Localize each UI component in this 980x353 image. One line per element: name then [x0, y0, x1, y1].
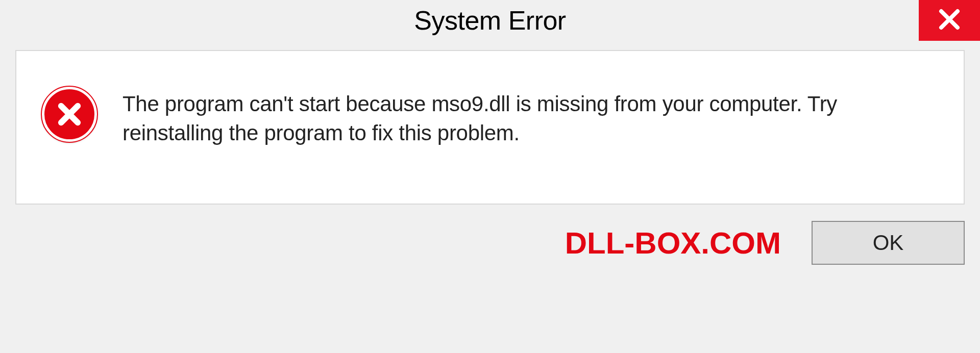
close-icon: [937, 7, 962, 34]
error-message: The program can't start because mso9.dll…: [122, 87, 938, 147]
close-button[interactable]: [919, 0, 980, 41]
titlebar: System Error: [0, 0, 980, 41]
dialog-title: System Error: [414, 5, 566, 36]
dialog-body: The program can't start because mso9.dll…: [15, 50, 965, 205]
error-icon: [42, 87, 97, 142]
watermark-text: DLL-BOX.COM: [565, 225, 781, 261]
ok-button[interactable]: OK: [812, 221, 965, 265]
dialog-footer: DLL-BOX.COM OK: [15, 205, 965, 281]
